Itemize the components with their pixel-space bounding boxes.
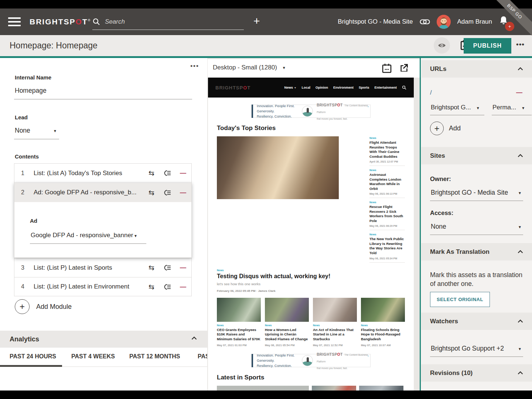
more-actions-menu[interactable]: ••• [516,40,525,48]
url-path-value[interactable]: / [430,89,432,96]
search-input[interactable] [105,18,227,25]
watchers-section-header[interactable]: Watchers [421,313,532,330]
quick-create-button[interactable]: + [253,15,260,27]
headline-item[interactable]: News Flight Attendant Reunites Troops Wi… [369,136,405,166]
section-tag: News [217,324,261,327]
chevron-down-icon: ▼ [476,106,480,110]
internal-name-input[interactable]: Homepage [14,85,192,99]
access-select[interactable]: None▼ [430,222,523,235]
analytics-section-header[interactable]: Analytics [0,331,207,348]
ad-close-icon[interactable]: × [367,105,369,108]
tab-past-24-hours[interactable]: PAST 24 HOURS [10,353,56,360]
ad-field-label: Ad [30,218,37,224]
tab-clipped[interactable]: PAS [198,353,207,360]
ad-rocket-logo [302,355,313,366]
hero-image[interactable] [217,136,339,199]
select-original-button[interactable]: SELECT ORIGINAL [430,292,490,307]
lead-select[interactable]: None▼ [14,125,59,139]
watchers-select[interactable]: Brightspot Go Support +2▼ [430,344,523,357]
reorder-arrows-icon[interactable]: ⇆ [149,170,154,177]
brightspot-logo[interactable]: BRIGHTSPOT® [30,17,91,26]
section-tag: News [369,233,405,236]
reorder-arrows-icon[interactable]: ⇆ [149,264,154,271]
nav-entertainment[interactable]: Entertainment [374,86,397,89]
card-image [359,386,403,391]
tab-past-12-months[interactable]: PAST 12 MONTHS [129,353,180,360]
convert-list-icon[interactable] [163,190,171,196]
ad-rocket-logo [302,106,313,117]
remove-item-icon[interactable]: — [180,170,186,176]
convert-list-icon[interactable] [163,170,171,176]
ad-close-icon[interactable]: × [367,354,369,358]
convert-list-icon[interactable] [163,265,171,271]
active-tab-underline [0,365,62,367]
preview-scrollbar[interactable] [420,58,421,391]
sports-lead-card[interactable]: ▶ Sports Zion Williamson: Powering Forwa… [217,386,309,391]
news-card[interactable]: News CEO Grants Employees $10K Raises an… [217,298,261,347]
headline-item[interactable]: News The New York Public Library Is Rewr… [369,233,405,262]
urls-section-header[interactable]: URLs [421,60,532,78]
ad-select[interactable]: Google DFP Ad - responsive_banner▼ [30,230,146,244]
translation-section-header[interactable]: Mark As Translation [421,243,532,260]
url-type-select[interactable]: Perma...▼ [492,103,532,115]
reorder-arrows-icon[interactable]: ⇆ [149,189,154,196]
ad-copy: Innovation. People First. Generosity.Res… [257,103,299,119]
content-item-row[interactable]: 4 List: (List P) Latest in Environment ⇆… [14,277,192,296]
add-url-button[interactable]: + Add [430,122,461,135]
lead-story[interactable]: News Testing Disqus with actual, working… [217,269,405,293]
item-number: 2 [21,189,34,196]
site-preview: BRIGHTSPOT News ▼ Local Opinion Environm… [208,78,414,391]
device-size-select[interactable]: Desktop - Small (1280)▼ [213,64,286,71]
sites-section-header[interactable]: Sites [421,147,532,164]
ad-banner[interactable]: Innovation. People First. Generosity.Res… [251,354,371,367]
news-card[interactable]: News Floating Schools Bring Hope to Floo… [361,298,405,347]
preview-calendar-icon[interactable] [382,63,392,74]
nav-sports[interactable]: Sports [359,86,369,89]
remove-url-icon[interactable]: — [516,89,522,96]
revisions-section-header[interactable]: Revisions (10) [421,364,532,382]
content-item-row[interactable]: 2 Ad: Google DFP Ad - responsive_b... ⇆ … [14,183,191,202]
ad-banner[interactable]: Innovation. People First. Generosity.Res… [251,105,371,118]
remove-item-icon[interactable]: — [180,265,186,271]
reorder-arrows-icon[interactable]: ⇆ [149,283,154,290]
remove-item-icon[interactable]: — [180,190,186,196]
content-item-row[interactable]: 3 List: (List P) Latest in Sports ⇆ — [14,258,192,277]
section-tag: News [313,324,357,327]
add-module-button[interactable]: + Add Module [15,299,72,314]
item-label: List: (List A) Today's Top Stories [34,170,122,177]
remove-item-icon[interactable]: — [180,284,186,290]
global-search[interactable] [92,14,244,30]
nav-news[interactable]: News ▼ [284,86,296,89]
sports-card[interactable]: Sports Team of 10 Refugees Will Be an Ol… [359,386,403,391]
content-item-row[interactable]: 1 List: (List A) Today's Top Stories ⇆ — [14,163,192,183]
link-icon[interactable] [420,19,430,24]
user-avatar[interactable] [437,15,451,29]
letterbox-bottom [0,391,532,399]
tab-past-4-weeks[interactable]: PAST 4 WEEKS [71,353,115,360]
headline-item[interactable]: News Astronaut Completes London Marathon… [369,168,405,198]
user-name[interactable]: Adam Braun [457,18,492,25]
current-site-link[interactable]: Brightspot GO - Media Site [338,18,413,25]
convert-list-icon[interactable] [163,284,171,290]
lead-label: Lead [15,114,28,120]
search-icon [92,18,100,26]
headline-item[interactable]: News Rescue Flight Recovers 2 Sick Worke… [369,201,405,230]
preview-eye-button[interactable] [434,37,450,54]
site-search-icon[interactable] [402,85,406,90]
nav-local[interactable]: Local [301,86,310,89]
item-number: 3 [21,265,34,271]
url-site-select[interactable]: Brightspot G...▼ [430,103,484,115]
news-card[interactable]: News An Act of Kindness That Started in … [313,298,357,347]
hamburger-menu-icon[interactable] [8,17,21,26]
owner-select[interactable]: Brightspot GO - Media Site▼ [430,188,523,201]
open-in-new-window-icon[interactable] [399,63,409,73]
sports-card[interactable]: Sports All Set to Run a Marathon From Sp… [312,386,356,391]
notifications-bell-icon[interactable]: + [499,16,510,28]
field-options-menu[interactable]: ••• [190,62,199,70]
nav-opinion[interactable]: Opinion [316,86,328,89]
preview-site-logo[interactable]: BRIGHTSPOT [215,85,250,91]
card-image [217,298,261,322]
nav-environment[interactable]: Environment [333,86,354,89]
publish-button[interactable]: PUBLISH [464,38,511,54]
news-card[interactable]: News How a Women-Led Uprising in Cherán … [265,298,309,347]
